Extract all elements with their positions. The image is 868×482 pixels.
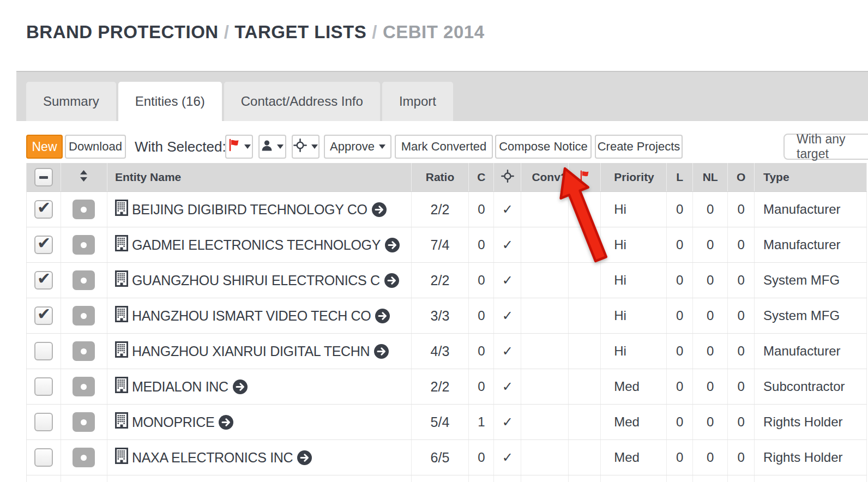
targeted-check-cell: ✓ (494, 369, 521, 404)
row-checkbox[interactable] (34, 377, 53, 396)
row-handle-cell (61, 227, 107, 262)
with-any-target-filter-button[interactable]: With any target (783, 134, 868, 160)
priority-cell: Med (601, 440, 667, 475)
select-all-checkbox[interactable] (34, 168, 53, 186)
column-header-nl[interactable]: NL (693, 163, 728, 191)
compose-notice-button[interactable]: Compose Notice (495, 135, 592, 159)
flag-dropdown-button[interactable] (225, 135, 253, 159)
row-checkbox[interactable] (34, 200, 53, 219)
conv-cell (521, 192, 569, 227)
column-header-type[interactable]: Type (755, 163, 867, 191)
mark-converted-button[interactable]: Mark Converted (395, 135, 493, 159)
row-handle-button[interactable] (73, 235, 95, 255)
table-row[interactable]: NAXA ELECTRONICS INC 6/5 0 ✓ Med 0 0 0 R… (27, 440, 867, 475)
column-header-conv[interactable]: Conv? (521, 163, 569, 191)
row-handle-button[interactable] (73, 306, 95, 326)
approve-dropdown-button[interactable]: Approve (324, 135, 391, 159)
arrow-circle-right-icon[interactable] (371, 202, 387, 218)
row-handle-button[interactable] (73, 341, 95, 361)
building-icon (115, 341, 128, 361)
row-checkbox[interactable] (34, 306, 53, 325)
table-row[interactable]: MEDIALON INC 2/2 0 ✓ Med 0 0 0 Subcontra… (27, 369, 867, 405)
row-select-cell (27, 405, 61, 439)
tab-contact-address-info[interactable]: Contact/Address Info (224, 82, 380, 121)
conv-cell (521, 405, 569, 439)
entity-name-cell: HANGZHOU ISMART VIDEO TECH CO (107, 298, 412, 333)
entity-name-link[interactable]: NAXA ELECTRONICS INC (132, 450, 293, 466)
column-header-o[interactable]: O (728, 163, 755, 191)
arrow-circle-right-icon[interactable] (375, 308, 390, 324)
tab-summary[interactable]: Summary (26, 82, 116, 121)
arrow-circle-right-icon[interactable] (384, 273, 400, 288)
column-header-flag[interactable] (569, 163, 601, 191)
create-projects-button[interactable]: Create Projects (595, 135, 683, 159)
entity-name-link[interactable]: GUANGZHOU SHIRUI ELECTRONICS C (132, 273, 380, 288)
tab-import[interactable]: Import (382, 82, 453, 121)
c-count-cell: 0 (469, 334, 494, 369)
flag-cell (569, 263, 601, 298)
entity-name-link[interactable]: MONOPRICE (132, 414, 214, 430)
assign-person-dropdown-button[interactable] (258, 135, 286, 159)
arrow-circle-right-icon[interactable] (232, 379, 248, 395)
row-handle-button[interactable] (73, 377, 95, 396)
entity-name-link[interactable]: HANGZHOU ISMART VIDEO TECH CO (132, 308, 371, 324)
row-checkbox[interactable] (34, 342, 53, 360)
column-header-c[interactable]: C (469, 163, 494, 191)
column-header-ratio[interactable]: Ratio (412, 163, 469, 191)
entity-name-cell: MEDIALON INC (107, 369, 412, 404)
row-handle-button[interactable] (73, 200, 95, 219)
entity-name-link[interactable]: HANGZHOU XIANRUI DIGITAL TECHN (132, 344, 370, 359)
breadcrumb-brand-protection[interactable]: BRAND PROTECTION (26, 22, 219, 42)
table-row[interactable]: GUANGZHOU SHIRUI ELECTRONICS C 2/2 0 ✓ H… (27, 263, 867, 298)
row-checkbox[interactable] (34, 236, 53, 254)
arrow-circle-right-icon[interactable] (373, 344, 389, 359)
row-handle-cell (61, 405, 107, 439)
row-checkbox[interactable] (34, 271, 53, 290)
row-select-cell (27, 298, 61, 333)
entity-name-link[interactable]: MEDIALON INC (132, 379, 228, 395)
with-selected-label: With Selected: (135, 135, 226, 159)
row-handle-button[interactable] (73, 270, 95, 290)
dot-icon (81, 455, 87, 461)
nl-count-cell: 0 (693, 334, 728, 369)
flag-cell (569, 369, 601, 404)
arrow-circle-right-icon[interactable] (218, 414, 234, 430)
flag-cell (569, 334, 601, 369)
row-handle-button[interactable] (73, 412, 95, 432)
flag-cell (569, 405, 601, 439)
entity-name-cell: MONOPRICE (107, 405, 412, 439)
table-row[interactable]: HANGZHOU ISMART VIDEO TECH CO 3/3 0 ✓ Hi… (27, 298, 867, 334)
type-cell: Manufacturer (755, 334, 867, 369)
dot-icon (81, 419, 87, 425)
flag-cell (569, 440, 601, 475)
nl-count-cell: 0 (693, 263, 728, 298)
arrow-circle-right-icon[interactable] (384, 237, 400, 253)
column-header-entity-name[interactable]: Entity Name (107, 163, 412, 191)
breadcrumb-target-lists[interactable]: TARGET LISTS (234, 22, 366, 42)
target-dropdown-button[interactable] (292, 135, 320, 159)
c-count-cell: 0 (469, 263, 494, 298)
new-button[interactable]: New (26, 135, 63, 159)
row-checkbox[interactable] (34, 448, 53, 467)
column-header-l[interactable]: L (667, 163, 693, 191)
column-header-target[interactable] (494, 163, 521, 191)
entity-name-link[interactable]: BEIJING DIGIBIRD TECHNOLOGY CO (132, 202, 367, 218)
table-row[interactable]: MONOPRICE 5/4 1 ✓ Med 0 0 0 Rights Holde… (27, 405, 867, 440)
entity-name-link[interactable]: GADMEI ELECTRONICS TECHNOLOGY (132, 237, 381, 253)
column-header-priority[interactable]: Priority (601, 163, 667, 191)
table-row[interactable]: BEIJING DIGIBIRD TECHNOLOGY CO 2/2 0 ✓ H… (27, 192, 867, 227)
row-handle-button[interactable] (73, 448, 95, 467)
tab-entities[interactable]: Entities (16) (118, 82, 222, 121)
row-checkbox[interactable] (34, 413, 53, 431)
dot-icon (81, 207, 87, 213)
download-button[interactable]: Download (65, 135, 126, 159)
table-row[interactable]: GADMEI ELECTRONICS TECHNOLOGY 7/4 0 ✓ Hi… (27, 227, 867, 263)
sort-header-cell[interactable] (61, 163, 107, 191)
table-row[interactable]: HANGZHOU XIANRUI DIGITAL TECHN 4/3 0 ✓ H… (27, 334, 867, 369)
l-count-cell: 0 (667, 334, 693, 369)
l-count-cell: 0 (667, 227, 693, 262)
o-count-cell: 0 (728, 334, 755, 369)
arrow-circle-right-icon[interactable] (297, 450, 312, 466)
ratio-cell: 7/4 (412, 227, 469, 262)
o-count-cell: 0 (728, 440, 755, 475)
